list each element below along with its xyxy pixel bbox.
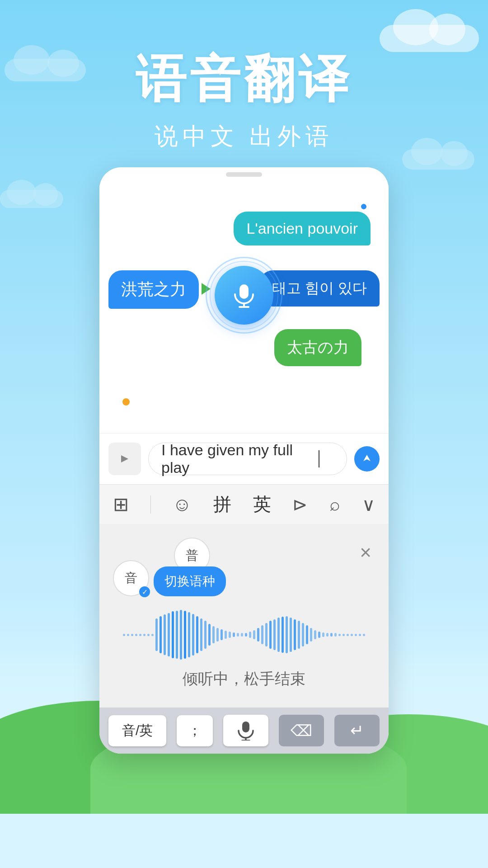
wave-dot bbox=[135, 634, 137, 636]
voice-panel-top: 音 ✓ 普 切换语种 × bbox=[113, 538, 375, 596]
wave-bar bbox=[330, 633, 333, 637]
keyboard-mic-button[interactable] bbox=[223, 715, 268, 746]
blue-dot bbox=[360, 203, 368, 211]
wave-bar bbox=[172, 611, 174, 658]
wave-bar bbox=[184, 611, 186, 659]
phone-mockup: L'ancien pouvoir 洪荒之力 태고 힘이 있다 太古の力 bbox=[99, 167, 389, 754]
voice-buttons-group: 音 ✓ 普 切换语种 bbox=[113, 538, 226, 596]
wave-bar bbox=[233, 632, 235, 637]
wave-dot bbox=[143, 634, 145, 636]
wave-dot bbox=[131, 634, 133, 636]
wave-dot bbox=[347, 634, 349, 636]
close-voice-button[interactable]: × bbox=[356, 538, 375, 567]
wave-bar bbox=[322, 632, 324, 637]
wave-bar bbox=[176, 611, 178, 659]
wave-bar bbox=[257, 628, 259, 642]
send-button[interactable] bbox=[354, 446, 380, 472]
wave-dot bbox=[123, 634, 125, 636]
wave-bar bbox=[282, 617, 284, 652]
kb-collapse-icon[interactable]: ∨ bbox=[362, 494, 375, 515]
wave-bar bbox=[334, 633, 337, 637]
wave-bar bbox=[253, 630, 255, 640]
wave-bar bbox=[237, 633, 239, 637]
mic-container[interactable] bbox=[206, 257, 282, 334]
wave-bar bbox=[249, 632, 251, 638]
wave-dot bbox=[343, 634, 345, 636]
wave-dot bbox=[359, 634, 361, 636]
kb-grid-icon[interactable]: ⊞ bbox=[113, 493, 129, 515]
wave-bar bbox=[298, 621, 300, 649]
bubble-chinese-left: 洪荒之力 bbox=[108, 270, 199, 309]
wave-bar bbox=[294, 619, 296, 651]
wave-bar bbox=[196, 616, 198, 654]
voice-panel: 音 ✓ 普 切换语种 × 倾听中 bbox=[99, 524, 389, 708]
comma-button[interactable]: ； bbox=[177, 715, 213, 746]
wave-bar bbox=[155, 618, 158, 651]
wave-bar bbox=[306, 625, 308, 644]
wave-bar bbox=[160, 616, 162, 654]
wave-bar bbox=[265, 623, 267, 646]
phone-speaker bbox=[226, 172, 262, 177]
chat-area: L'ancien pouvoir 洪荒之力 태고 힘이 있다 太古の力 bbox=[99, 180, 389, 433]
wave-bar bbox=[277, 618, 280, 652]
main-title: 语音翻译 bbox=[0, 45, 488, 113]
wave-bar bbox=[221, 629, 223, 640]
text-cursor bbox=[319, 450, 319, 467]
text-input-field[interactable]: I have given my full play bbox=[148, 443, 347, 475]
switch-lang-button[interactable]: 切换语种 bbox=[154, 566, 226, 596]
kb-search-icon[interactable]: ⌕ bbox=[329, 494, 340, 514]
kb-pinyin-btn[interactable]: 拼 bbox=[213, 492, 231, 517]
wave-bar bbox=[200, 618, 202, 651]
svg-marker-3 bbox=[121, 455, 128, 462]
wave-dot bbox=[151, 634, 154, 636]
wave-bar bbox=[286, 616, 288, 654]
kb-separator-1 bbox=[150, 495, 151, 514]
title-area: 语音翻译 说中文 出外语 bbox=[0, 45, 488, 152]
bubble-french: L'ancien pouvoir bbox=[234, 212, 371, 245]
wave-bar bbox=[225, 631, 227, 638]
wave-dot bbox=[338, 634, 341, 636]
sub-title: 说中文 出外语 bbox=[0, 121, 488, 152]
wave-bar bbox=[212, 626, 215, 643]
input-row: I have given my full play bbox=[99, 433, 389, 484]
svg-rect-0 bbox=[239, 284, 249, 299]
expand-button[interactable] bbox=[108, 443, 141, 475]
bubble-japanese: 太古の力 bbox=[274, 329, 361, 366]
listening-text: 倾听中，松手结束 bbox=[113, 669, 375, 689]
wave-bar bbox=[269, 621, 272, 649]
wave-bar bbox=[314, 630, 316, 640]
wave-bar bbox=[204, 621, 206, 649]
wave-bar bbox=[168, 613, 170, 656]
wave-dot bbox=[147, 634, 150, 636]
wave-bar bbox=[192, 614, 194, 656]
keyboard-toolbar: ⊞ ☺ 拼 英 ⊳ ⌕ ∨ bbox=[99, 484, 389, 524]
wave-dot bbox=[363, 634, 365, 636]
wave-bar bbox=[261, 625, 263, 644]
lang-switch-button[interactable]: 音/英 bbox=[108, 715, 166, 746]
wave-dot bbox=[355, 634, 357, 636]
mic-ring bbox=[206, 257, 282, 334]
wave-bar bbox=[180, 610, 182, 660]
orange-dot bbox=[121, 397, 131, 407]
cloud-4 bbox=[0, 190, 63, 208]
wave-bar bbox=[326, 633, 328, 637]
voice-btn-sound[interactable]: 音 ✓ bbox=[113, 560, 149, 596]
wave-dot bbox=[139, 634, 141, 636]
wave-bar bbox=[245, 633, 247, 637]
waveform-container bbox=[113, 605, 375, 664]
wave-bar bbox=[208, 624, 211, 646]
wave-bar bbox=[318, 632, 320, 638]
wave-dot bbox=[351, 634, 353, 636]
wave-bar bbox=[290, 618, 292, 652]
kb-emoji-icon[interactable]: ☺ bbox=[172, 494, 192, 515]
kb-handwrite-icon[interactable]: ⊳ bbox=[292, 494, 308, 515]
wave-dot bbox=[127, 634, 129, 636]
mic-button[interactable] bbox=[215, 266, 273, 325]
enter-button[interactable]: ↵ bbox=[334, 715, 380, 746]
wave-bar bbox=[229, 632, 231, 638]
kb-english-btn[interactable]: 英 bbox=[253, 492, 271, 517]
svg-rect-6 bbox=[242, 722, 249, 732]
delete-button[interactable]: ⌫ bbox=[279, 715, 324, 746]
wave-bar bbox=[302, 623, 304, 646]
wave-bar bbox=[164, 614, 166, 655]
